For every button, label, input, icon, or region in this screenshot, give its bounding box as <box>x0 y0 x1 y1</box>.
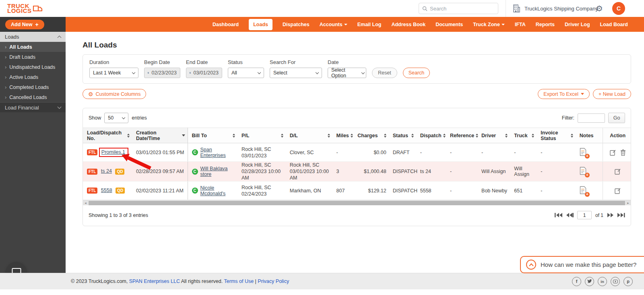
sort-icon[interactable] <box>411 134 414 138</box>
last-page-icon[interactable] <box>617 213 625 217</box>
scrollbar-thumb[interactable] <box>89 201 625 205</box>
scroll-left-icon[interactable]: ◄ <box>83 200 88 205</box>
load-link[interactable]: ts 24 <box>101 168 112 174</box>
date-select[interactable]: Select Option <box>328 68 366 78</box>
sort-icon[interactable] <box>571 134 573 138</box>
notes-icon[interactable]: + <box>580 167 588 176</box>
nav-ifta[interactable]: IFTA <box>515 22 526 27</box>
go-button[interactable]: Go <box>608 113 625 123</box>
reset-button[interactable]: Reset <box>372 68 397 78</box>
sidebar-item-active-loads[interactable]: ›Active Loads <box>0 72 66 82</box>
search-button[interactable]: Search <box>403 68 430 78</box>
sidebar-item-cancelled-loads[interactable]: ›Cancelled Loads <box>0 92 66 102</box>
customize-columns-label: Customize Columns <box>96 91 141 97</box>
bill-to-link[interactable]: Will Baklava store <box>200 166 235 177</box>
nav-accounts[interactable]: Accounts <box>320 22 347 27</box>
col-status[interactable]: Status <box>389 128 416 143</box>
sidebar-section-loads[interactable]: Loads <box>0 32 66 42</box>
edit-icon[interactable] <box>610 149 616 156</box>
nav-reports[interactable]: Reports <box>536 22 555 27</box>
nav-dashboard[interactable]: Dashboard <box>213 22 239 27</box>
duration-select[interactable]: Last 1 Week <box>89 68 138 78</box>
sort-icon[interactable] <box>384 134 386 138</box>
user-avatar[interactable]: C <box>612 2 625 15</box>
col-pl[interactable]: P/L <box>237 128 286 143</box>
scroll-right-icon[interactable]: ► <box>625 200 631 205</box>
sort-icon[interactable] <box>351 134 353 138</box>
sort-icon[interactable] <box>127 134 130 138</box>
linkedin-icon[interactable]: in <box>598 277 607 286</box>
bill-to-link[interactable]: Nicole Mcdonald's <box>200 185 235 196</box>
nav-address-book[interactable]: Address Book <box>391 22 425 27</box>
sort-icon[interactable] <box>505 134 508 138</box>
notes-icon[interactable]: + <box>580 148 588 157</box>
company-switcher[interactable]: TruckLogics Shipping Company <box>512 0 598 17</box>
notes-icon[interactable]: + <box>580 186 588 196</box>
col-miles[interactable]: Miles <box>332 128 354 143</box>
span-enterprises-link[interactable]: SPAN Enterprises LLC <box>129 278 180 284</box>
nav-truck-zone[interactable]: Truck Zone <box>473 22 505 27</box>
sidebar-section-load-financial[interactable]: Load Financial <box>0 102 66 112</box>
edit-icon[interactable] <box>615 188 621 194</box>
edit-icon[interactable] <box>615 168 621 175</box>
new-load-button[interactable]: + New Load <box>593 89 631 99</box>
status-select[interactable]: All <box>228 68 264 78</box>
first-page-icon[interactable] <box>555 213 562 217</box>
sort-icon[interactable] <box>476 134 478 138</box>
nav-driver-log[interactable]: Driver Log <box>565 22 590 27</box>
search-for-select[interactable]: Select <box>270 68 322 78</box>
sidebar-item-draft-loads[interactable]: ›Draft Loads <box>0 52 66 62</box>
col-creation-date[interactable]: Creation Date/Time <box>132 128 188 143</box>
page-size-select[interactable]: 50 <box>104 113 128 123</box>
export-to-excel-button[interactable]: Export To Excel <box>538 89 590 99</box>
facebook-icon[interactable]: f <box>572 277 581 286</box>
youtube-icon[interactable] <box>611 277 620 286</box>
col-bill-to[interactable]: Bill To <box>188 128 237 143</box>
horizontal-scrollbar[interactable]: ◄ ► <box>83 200 631 205</box>
col-dl[interactable]: D/L <box>286 128 332 143</box>
nav-loads[interactable]: Loads <box>249 19 272 30</box>
search-for-value: Select <box>273 70 287 76</box>
sidebar-item-completed-loads[interactable]: ›Completed Loads <box>0 82 66 92</box>
bill-to-link[interactable]: Span Enterprises <box>200 147 235 158</box>
col-driver[interactable]: Driver <box>477 128 510 143</box>
customize-columns-button[interactable]: ⚙ Customize Columns <box>83 89 146 99</box>
col-invoice-status[interactable]: Invoice Status <box>537 128 575 143</box>
sort-icon[interactable] <box>532 134 534 138</box>
delete-icon[interactable] <box>620 149 626 156</box>
col-dispatch[interactable]: Dispatch <box>416 128 446 143</box>
sort-icon[interactable] <box>233 134 235 138</box>
settings-gear-icon[interactable]: ⚙ <box>596 4 603 13</box>
search-input[interactable] <box>430 6 490 12</box>
sort-icon[interactable] <box>443 134 446 138</box>
end-date-field[interactable]: 03/01/2023 <box>186 68 222 78</box>
nav-load-board[interactable]: Load Board <box>600 22 628 27</box>
begin-date-field[interactable]: 02/23/2023 <box>144 68 180 78</box>
col-truck[interactable]: Truck <box>510 128 537 143</box>
sidebar-item-all-loads[interactable]: ›All Loads <box>0 42 66 52</box>
feedback-widget[interactable]: How can we make this page better? <box>520 256 644 273</box>
nav-dispatches[interactable]: Dispatches <box>283 22 310 27</box>
trucklogics-logo[interactable]: Truck Logics <box>7 4 43 13</box>
col-load-dispatch-no[interactable]: Load/Dispatch No. <box>83 128 132 143</box>
sidebar-item-undispatched-loads[interactable]: ›Undispatched Loads <box>0 62 66 72</box>
col-reference[interactable]: Reference <box>446 128 477 143</box>
next-page-icon[interactable] <box>607 213 614 217</box>
twitter-icon[interactable] <box>585 277 594 286</box>
sort-desc-icon[interactable] <box>182 134 185 136</box>
table-filter-input[interactable] <box>578 113 605 123</box>
sort-icon[interactable] <box>328 134 330 138</box>
nav-email-log[interactable]: Email Log <box>357 22 382 27</box>
load-link[interactable]: Promiles.1 <box>101 149 125 155</box>
prev-page-icon[interactable] <box>566 213 574 217</box>
col-charges[interactable]: Charges <box>353 128 388 143</box>
add-new-button[interactable]: Add New + <box>5 20 44 29</box>
load-link[interactable]: 5558 <box>101 188 112 193</box>
nav-documents[interactable]: Documents <box>436 22 463 27</box>
page-number-input[interactable] <box>577 211 592 219</box>
privacy-policy-link[interactable]: Privacy Policy <box>258 278 289 284</box>
col-action: Action <box>603 128 631 143</box>
sort-icon[interactable] <box>281 134 283 138</box>
pinterest-icon[interactable]: p <box>623 277 633 286</box>
terms-of-use-link[interactable]: Terms of Use <box>224 278 254 284</box>
